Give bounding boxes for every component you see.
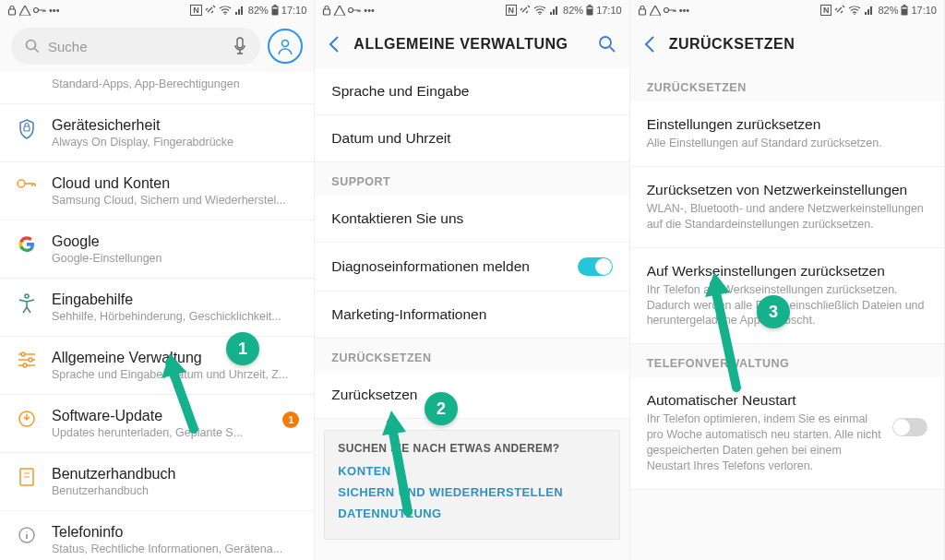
key-icon	[664, 6, 676, 14]
setting-item-security[interactable]: Gerätesicherheit Always On Display, Fing…	[0, 104, 314, 162]
mic-icon[interactable]	[233, 37, 247, 55]
profile-button[interactable]	[268, 29, 303, 64]
item-title: Einstellungen zurücksetzen	[647, 116, 927, 133]
svg-rect-0	[9, 9, 16, 15]
toggle-auto-restart[interactable]	[892, 418, 927, 436]
setting-sub: Google-Einstellungen	[52, 252, 299, 265]
more-icon: •••	[679, 5, 690, 16]
svg-point-20	[539, 14, 541, 15]
settings-list: Standard-Apps, App-Berechtigungen Geräte…	[0, 72, 314, 560]
search-else-box: SUCHEN SIE NACH ETWAS ANDEREM? KONTEN SI…	[324, 430, 619, 540]
nfc-icon: N	[506, 5, 518, 16]
sliders-icon	[17, 351, 37, 368]
update-badge: 1	[282, 411, 299, 428]
lock-icon	[638, 5, 647, 16]
svg-point-24	[600, 37, 611, 48]
signal-icon	[234, 6, 245, 15]
svg-point-2	[224, 14, 226, 15]
svg-point-12	[21, 352, 25, 356]
phone-screen-settings: ••• N 82% 17:10 Suche Standard-Apps, App…	[0, 0, 315, 560]
setting-title: Google	[52, 233, 299, 250]
battery-text: 82%	[878, 5, 898, 16]
svg-point-10	[18, 180, 25, 187]
annotation-arrow-1	[148, 346, 221, 434]
back-button[interactable]	[643, 35, 656, 54]
nfc-icon: N	[190, 5, 202, 16]
item-contact-us[interactable]: Kontaktieren Sie uns	[315, 196, 628, 243]
setting-sub: Samsung Cloud, Sichern und Wiederherstel…	[52, 194, 299, 207]
setting-item-accessibility[interactable]: Eingabehilfe Sehhilfe, Hörbehinderung, G…	[0, 279, 314, 337]
wifi-icon	[219, 6, 232, 15]
battery-text: 82%	[248, 5, 269, 16]
item-reset-settings[interactable]: Einstellungen zurücksetzen Alle Einstell…	[630, 101, 944, 167]
svg-rect-18	[324, 9, 330, 15]
item-diagnostics[interactable]: Diagnoseinformationen melden	[315, 243, 628, 292]
svg-point-26	[664, 8, 668, 13]
setting-title: Telefoninfo	[52, 524, 299, 541]
svg-point-13	[29, 358, 32, 362]
section-reset: ZURÜCKSETZEN	[315, 339, 628, 372]
warning-icon	[19, 6, 30, 16]
annotation-arrow-3	[692, 268, 766, 392]
nfc-icon: N	[820, 5, 832, 16]
item-label: Sprache und Eingabe	[331, 83, 612, 100]
warning-icon	[650, 6, 661, 16]
page-header: ALLGEMEINE VERWALTUNG	[315, 20, 628, 68]
battery-icon	[901, 5, 908, 16]
page-title: ALLGEMEINE VERWALTUNG	[353, 36, 584, 53]
item-sub: Alle Einstellungen auf Standard zurückse…	[647, 136, 927, 151]
info-icon	[17, 526, 37, 544]
svg-rect-5	[272, 7, 277, 9]
svg-rect-22	[589, 5, 592, 6]
setting-title: Eingabehilfe	[52, 292, 299, 308]
clock-text: 17:10	[281, 5, 307, 16]
search-icon[interactable]	[598, 35, 616, 54]
status-bar: ••• N 82% 17:10	[0, 0, 314, 20]
setting-sub: Status, Rechtliche Informationen, Geräte…	[52, 542, 299, 555]
warning-icon	[334, 6, 345, 16]
status-bar: ••• N 82% 17:10	[315, 0, 628, 20]
key-icon	[33, 6, 46, 14]
search-header: Suche	[0, 20, 314, 72]
item-date-time[interactable]: Datum und Uhrzeit	[315, 115, 628, 162]
item-factory-reset[interactable]: Auf Werkseinstellungen zurücksetzen Ihr …	[630, 248, 944, 345]
setting-item-google[interactable]: Google Google-Einstellungen	[0, 220, 314, 279]
section-reset: ZURÜCKSETZEN	[630, 68, 944, 101]
item-language-input[interactable]: Sprache und Eingabe	[315, 68, 628, 115]
svg-rect-4	[273, 5, 276, 6]
item-reset-network[interactable]: Zurücksetzen von Netzwerkeinstellungen W…	[630, 167, 944, 248]
setting-sub: Always On Display, Fingerabdrücke	[52, 136, 299, 149]
item-reset[interactable]: Zurücksetzen	[315, 372, 628, 419]
annotation-badge-2: 2	[425, 392, 458, 425]
item-marketing[interactable]: Marketing-Informationen	[315, 292, 628, 339]
setting-item-apps[interactable]: Standard-Apps, App-Berechtigungen	[0, 72, 314, 104]
svg-point-6	[27, 41, 36, 50]
section-support: SUPPORT	[315, 162, 628, 196]
search-input[interactable]: Suche	[11, 28, 260, 65]
search-icon	[24, 38, 41, 54]
annotation-badge-3: 3	[757, 295, 790, 328]
setting-item-cloud[interactable]: Cloud und Konten Samsung Cloud, Sichern …	[0, 162, 314, 220]
clock-text: 17:10	[596, 5, 622, 16]
setting-item-manual[interactable]: Benutzerhandbuch Benutzerhandbuch	[0, 453, 314, 511]
item-title: Automatischer Neustart	[647, 392, 881, 409]
annotation-badge-1: 1	[226, 332, 259, 365]
vibrate-icon	[834, 5, 845, 16]
phone-screen-general: ••• N 82% 17:10 ALLGEMEINE VERWALTUNG Sp…	[315, 0, 629, 560]
update-icon	[17, 410, 37, 428]
battery-icon	[586, 5, 593, 16]
back-button[interactable]	[328, 35, 341, 54]
item-title: Auf Werkseinstellungen zurücksetzen	[647, 263, 927, 280]
item-label: Kontaktieren Sie uns	[331, 210, 612, 227]
svg-rect-30	[903, 7, 907, 9]
toggle-diagnostics[interactable]	[578, 257, 613, 276]
setting-sub: Standard-Apps, App-Berechtigungen	[52, 77, 299, 90]
item-label: Diagnoseinformationen melden	[331, 258, 566, 275]
setting-item-phone-info[interactable]: Telefoninfo Status, Rechtliche Informati…	[0, 511, 314, 560]
item-label: Zurücksetzen	[331, 387, 612, 403]
wifi-icon	[533, 6, 546, 15]
wifi-icon	[848, 6, 861, 15]
page-title: ZURÜCKSETZEN	[669, 36, 931, 53]
status-bar: ••• N 82% 17:10	[630, 0, 944, 20]
item-auto-restart[interactable]: Automatischer Neustart Ihr Telefon optim…	[630, 377, 944, 490]
